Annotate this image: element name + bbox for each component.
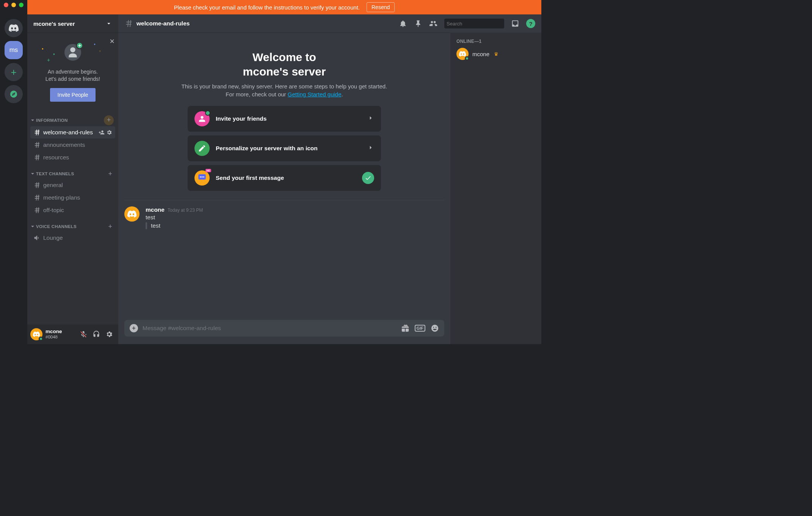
explore-servers-button[interactable] [5, 85, 23, 103]
compass-icon [9, 90, 18, 98]
chevron-down-icon [105, 20, 112, 27]
first-message-icon: Hi! [194, 170, 210, 186]
guild-list: ms + [0, 14, 27, 344]
channel-name: resources [43, 154, 69, 161]
gift-icon[interactable] [401, 324, 409, 332]
discord-logo-icon [8, 23, 19, 33]
category-label: INFORMATION [31, 118, 68, 123]
invite-people-button[interactable]: Invite People [50, 88, 96, 102]
help-button[interactable]: ? [526, 19, 535, 28]
home-button[interactable] [5, 19, 23, 37]
gear-icon [105, 330, 113, 338]
attach-button[interactable]: + [130, 324, 138, 332]
channel-welcome-and-rules[interactable]: welcome-and-rules [30, 126, 115, 138]
welcome-title-2: mcone's server [243, 65, 326, 78]
step-label: Invite your friends [216, 115, 361, 122]
message-author[interactable]: mcone [146, 206, 165, 213]
bell-icon[interactable] [399, 19, 407, 28]
invite-card-line1: An adventure begins. [48, 69, 98, 75]
welcome-block: Welcome tomcone's server This is your br… [178, 50, 390, 98]
message-timestamp: Today at 9:23 PM [168, 208, 203, 213]
add-channel-button[interactable]: + [107, 223, 114, 231]
add-server-button[interactable]: + [5, 63, 23, 81]
deafen-button[interactable] [90, 328, 102, 340]
category-information[interactable]: INFORMATION + [30, 109, 115, 126]
pin-icon[interactable] [414, 19, 422, 28]
hash-icon [33, 154, 41, 161]
guild-ms[interactable]: ms [5, 41, 23, 59]
resend-button[interactable]: Resend [367, 2, 395, 12]
inbox-icon[interactable] [511, 19, 519, 28]
message: mcone Today at 9:23 PM test test [124, 204, 444, 231]
status-online-icon [465, 56, 469, 61]
welcome-desc: This is your brand new, shiny server. He… [182, 83, 387, 98]
members-header: ONLINE—1 [453, 39, 538, 46]
members-icon[interactable] [429, 19, 437, 28]
member-name: mcone [472, 51, 489, 57]
channel-meeting-plans[interactable]: meeting-plans [30, 192, 115, 204]
step-first-message[interactable]: Hi! Send your first message [188, 165, 381, 191]
hash-icon [33, 206, 41, 214]
search-box[interactable] [444, 19, 504, 28]
channel-title: welcome-and-rules [136, 20, 190, 27]
check-icon [362, 172, 374, 184]
chevron-right-icon [367, 144, 374, 151]
channel-general[interactable]: general [30, 179, 115, 191]
invite-card-line2: Let's add some friends! [45, 76, 100, 82]
step-label: Personalize your server with an icon [216, 145, 361, 152]
message-text: test [146, 214, 444, 221]
chevron-right-icon [367, 115, 374, 121]
step-personalize-icon[interactable]: Personalize your server with an icon [188, 135, 381, 161]
user-tag: #0048 [45, 335, 62, 340]
channel-sidebar: mcone's server × ● + ● ● ○ + An adventur… [27, 14, 118, 344]
channel-announcements[interactable]: announcements [30, 139, 115, 151]
mute-button[interactable] [77, 328, 89, 340]
add-channel-button[interactable]: + [107, 170, 114, 178]
member-mcone[interactable]: mcone ♛ [453, 46, 538, 61]
channel-off-topic[interactable]: off-topic [30, 204, 115, 216]
channel-name: meeting-plans [43, 194, 80, 201]
add-channel-button[interactable]: + [104, 115, 114, 125]
gear-icon[interactable] [106, 129, 112, 135]
channel-name: welcome-and-rules [43, 129, 93, 136]
category-label: VOICE CHANNELS [31, 224, 77, 229]
search-input[interactable] [447, 21, 510, 27]
divider [124, 200, 444, 200]
message-input[interactable] [143, 325, 397, 332]
banner-text: Please check your email and follow the i… [174, 4, 360, 11]
user-avatar[interactable] [30, 328, 42, 340]
step-label: Send your first message [216, 175, 356, 181]
status-online-icon [39, 337, 43, 341]
window-close[interactable] [4, 3, 8, 7]
server-header[interactable]: mcone's server [27, 14, 118, 33]
window-minimize[interactable] [11, 3, 16, 7]
step-invite-friends[interactable]: Invite your friends [188, 106, 381, 132]
message-avatar[interactable] [124, 206, 140, 222]
member-list: ONLINE—1 mcone ♛ [450, 33, 541, 344]
default-avatar-icon: + [63, 42, 83, 62]
channel-header: welcome-and-rules ? [118, 14, 541, 33]
channel-name: Lounge [43, 234, 63, 241]
server-name: mcone's server [33, 20, 75, 27]
hash-icon [33, 129, 41, 136]
invite-friends-icon [194, 111, 210, 126]
category-voice-channels[interactable]: VOICE CHANNELS + [30, 217, 115, 231]
member-avatar [456, 48, 469, 60]
channel-name: announcements [43, 142, 85, 148]
category-text-channels[interactable]: TEXT CHANNELS + [30, 164, 115, 179]
getting-started-link[interactable]: Getting Started guide [288, 91, 342, 98]
settings-button[interactable] [103, 328, 115, 340]
svg-point-2 [201, 176, 202, 178]
channel-resources[interactable]: resources [30, 151, 115, 164]
emoji-icon[interactable] [431, 324, 439, 332]
channel-lounge[interactable]: Lounge [30, 232, 115, 244]
message-composer: + GIF [124, 320, 444, 337]
invite-icon[interactable] [99, 129, 105, 135]
window-maximize[interactable] [19, 3, 24, 7]
crown-icon: ♛ [494, 51, 498, 57]
channel-name: general [43, 182, 63, 189]
discord-logo-icon [127, 209, 137, 219]
welcome-title-1: Welcome to [252, 51, 316, 63]
gif-button[interactable]: GIF [415, 325, 425, 332]
user-panel: mcone #0048 [27, 324, 118, 344]
